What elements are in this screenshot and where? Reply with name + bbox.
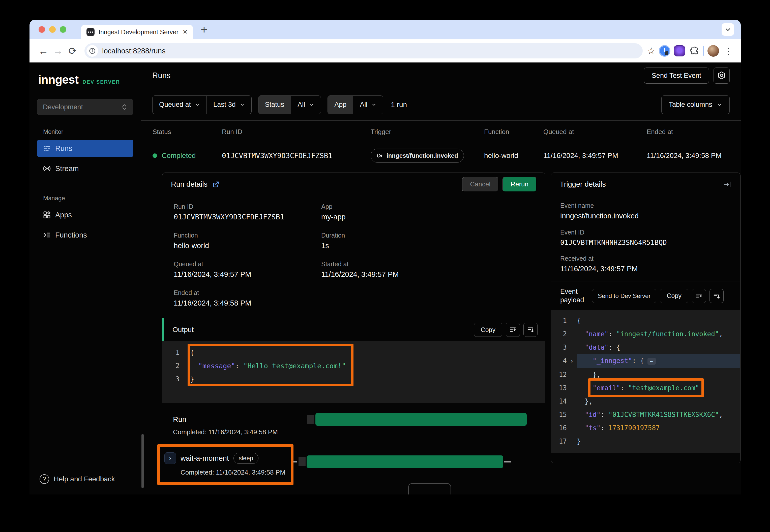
event-name-field: Event name inngest/function.invoked	[560, 202, 731, 220]
status-filter-select[interactable]: All	[291, 96, 321, 114]
chevron-spacer	[567, 368, 577, 381]
run-timeline: Run Completed: 11/16/2024, 3:49:58 PM	[162, 403, 545, 485]
line-number: 1	[162, 346, 190, 359]
send-to-dev-server-button[interactable]: Send to Dev Server	[592, 289, 656, 303]
code-line: 3}	[162, 373, 545, 386]
line-number: 13	[551, 381, 567, 395]
chevron-spacer	[567, 408, 577, 421]
line-number: 17	[551, 435, 567, 448]
bookmark-star-icon[interactable]: ☆	[647, 46, 655, 56]
timeline-run-row[interactable]: Run Completed: 11/16/2024, 3:49:58 PM	[171, 413, 536, 436]
timeline-more-button[interactable]	[408, 483, 451, 494]
help-and-feedback[interactable]: ? Help and Feedback	[37, 474, 133, 484]
time-filter: Queued at Last 3d	[152, 95, 252, 114]
scrollbar-thumb[interactable]	[141, 434, 144, 488]
url-bar[interactable]: localhost:8288/runs	[84, 43, 643, 58]
col-queued-at: Queued at	[543, 128, 647, 136]
send-test-event-button[interactable]: Send Test Event	[644, 68, 709, 84]
help-icon: ?	[40, 474, 49, 484]
col-function: Function	[484, 128, 543, 136]
minimize-window-button[interactable]	[49, 26, 56, 33]
wrap-text-button[interactable]	[506, 323, 520, 337]
time-field-select[interactable]: Queued at	[152, 96, 207, 114]
expand-step-button[interactable]: ›	[164, 452, 176, 464]
queued-field: Queued at 11/16/2024, 3:49:57 PM	[174, 260, 321, 279]
site-info-icon[interactable]	[86, 45, 98, 57]
tab-close-icon[interactable]: ✕	[182, 28, 187, 36]
environment-select[interactable]: Development	[37, 99, 133, 115]
extensions-puzzle-icon[interactable]	[689, 45, 700, 56]
tab-search-chevron-button[interactable]	[722, 23, 734, 36]
run-id-cell: 01JCVBTMV3WXY9D3CFDEJFZSB1	[222, 152, 371, 160]
chevron-spacer	[567, 314, 577, 327]
password-manager-extension-icon[interactable]	[659, 45, 670, 57]
zoom-window-button[interactable]	[60, 26, 66, 33]
sidebar-item-functions[interactable]: Functions	[37, 226, 133, 244]
chevron-spacer	[567, 435, 577, 448]
inngest-app: inngest DEV SERVER Development Monitor R…	[29, 62, 741, 494]
payload-scroll-button[interactable]	[710, 289, 724, 303]
trigger-details-panel: Trigger details Event name inngest/funct…	[551, 173, 741, 463]
reload-button[interactable]: ⟳	[65, 44, 80, 58]
code-line: 1{	[162, 346, 545, 359]
output-copy-button[interactable]: Copy	[474, 323, 502, 337]
settings-button[interactable]	[714, 68, 730, 84]
step-completed: Completed: 11/16/2024, 3:49:58 PM	[180, 469, 289, 476]
new-tab-button[interactable]: +	[201, 23, 208, 36]
output-section: Output Copy 1{2"message	[162, 318, 545, 403]
rerun-button[interactable]: Rerun	[502, 177, 536, 192]
trigger-pill[interactable]: inngest/function.invoked	[371, 149, 464, 163]
app-field: App my-app	[321, 203, 534, 221]
run-details-header: Run details Cancel Rerun	[162, 173, 545, 196]
payload-wrap-text-button[interactable]	[692, 289, 706, 303]
cancel-button[interactable]: Cancel	[462, 177, 498, 192]
code-line: 1{	[551, 314, 740, 327]
sidebar-item-label: Apps	[55, 211, 72, 219]
wrap-text-icon	[695, 292, 703, 300]
stream-icon	[43, 164, 51, 173]
timeline-step-bar[interactable]	[307, 455, 503, 468]
sidebar-item-runs[interactable]: Runs	[37, 140, 133, 157]
timeline-run-bar[interactable]	[315, 413, 527, 426]
time-range-select[interactable]: Last 3d	[207, 96, 251, 114]
sidebar-item-apps[interactable]: Apps	[37, 206, 133, 223]
environment-select-value: Development	[43, 103, 83, 111]
table-row[interactable]: Completed 01JCVBTMV3WXY9D3CFDEJFZSB1 inn…	[141, 143, 741, 168]
details-row: Run details Cancel Rerun Run ID 01JCVBTM…	[141, 168, 741, 494]
tab-strip: Inngest Development Server ✕ +	[29, 20, 741, 39]
browser-menu-icon[interactable]: ⋮	[723, 46, 734, 56]
app-filter-select[interactable]: All	[353, 96, 383, 114]
dev-server-badge: DEV SERVER	[82, 79, 120, 85]
run-details-panel: Run details Cancel Rerun Run ID 01JCVBTM…	[162, 173, 545, 494]
payload-copy-button[interactable]: Copy	[660, 289, 688, 303]
function-link[interactable]: hello-world	[174, 242, 321, 250]
external-link-icon[interactable]	[212, 181, 220, 188]
col-status: Status	[152, 128, 222, 136]
close-window-button[interactable]	[39, 26, 45, 33]
sidebar-item-label: Functions	[55, 231, 87, 239]
scroll-to-bottom-button[interactable]	[523, 323, 537, 337]
output-title: Output	[172, 326, 194, 334]
forward-button[interactable]: →	[51, 44, 65, 58]
profile-avatar[interactable]	[708, 45, 719, 57]
gear-icon	[717, 71, 726, 80]
chevron-spacer	[567, 327, 577, 341]
app-link[interactable]: my-app	[321, 213, 534, 221]
timeline-run-label: Run	[173, 413, 307, 426]
browser-tab[interactable]: Inngest Development Server ✕	[81, 25, 193, 39]
page-header: Runs Send Test Event	[141, 62, 741, 89]
sidebar-section-manage: Manage	[43, 195, 133, 202]
collapse-panel-icon[interactable]	[723, 180, 732, 189]
collapse-chevron-icon[interactable]: ›	[567, 354, 577, 368]
code-line: 4›"_inngest": {⋯	[551, 354, 740, 368]
run-id-field: Run ID 01JCVBTMV3WXY9D3CFDEJFZSB1	[174, 203, 321, 221]
timeline-step-row: › wait-a-moment sleep Completed: 11/16/2…	[171, 444, 536, 485]
back-button[interactable]: ←	[36, 44, 51, 58]
function-cell: hello-world	[484, 152, 543, 160]
table-columns-button[interactable]: Table columns	[661, 95, 730, 114]
page-title: Runs	[152, 71, 170, 80]
sidebar-item-stream[interactable]: Stream	[37, 160, 133, 177]
purple-extension-icon[interactable]	[674, 45, 685, 56]
toolbar-divider	[703, 46, 704, 56]
toolbar-right: ☆ ⋮	[647, 45, 734, 57]
